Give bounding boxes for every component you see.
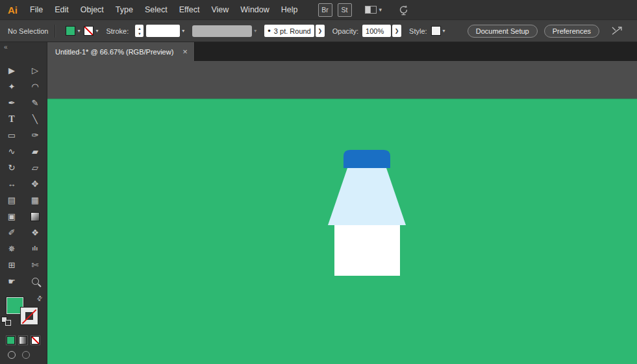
collapse-panel-button[interactable]: « [4,43,8,51]
chevron-down-icon[interactable]: ▾ [182,29,184,34]
chevron-down-icon[interactable]: ▾ [443,29,445,34]
eraser-tool[interactable]: ▰ [23,143,47,160]
document-area: Untitled-1* @ 66.67% (RGB/Preview) × [47,42,637,364]
menu-view[interactable]: View [205,5,234,14]
hand-tool[interactable]: ☛ [0,273,23,289]
opacity-input[interactable]: 100% [362,25,391,37]
color-mode-button[interactable] [6,336,15,345]
main-area: « ▶▷✦◠✒✎T╲▭✑∿▰↻▱↔✥▤▦▣✐❖✵ılı⊞✄☛ ⇄ [0,42,637,364]
scale-tool-icon: ▱ [32,164,38,172]
paintbrush-tool[interactable]: ✑ [23,127,47,143]
lasso-tool[interactable]: ◠ [23,79,47,95]
bottle-cap[interactable] [343,150,390,168]
selection-tool[interactable]: ▶ [0,62,23,79]
none-mode-button[interactable] [31,336,40,345]
zoom-tool-icon [32,278,39,285]
width-tool[interactable]: ↔ [0,176,23,192]
symbol-sprayer-tool[interactable]: ✵ [0,241,23,257]
slice-tool[interactable]: ✄ [23,257,47,273]
document-tab[interactable]: Untitled-1* @ 66.67% (RGB/Preview) × [47,42,195,61]
variable-width-profile[interactable] [192,25,252,37]
fill-color-swatch[interactable] [66,26,75,36]
chevron-down-icon[interactable]: ▾ [95,29,98,34]
menu-object[interactable]: Object [75,5,110,14]
type-tool-icon: T [8,115,14,124]
brush-definition-expand[interactable]: ❯ [316,25,325,37]
stroke-weight-select[interactable] [146,25,180,37]
stepper-down-icon[interactable]: ▾ [138,31,140,36]
stroke-indicator[interactable] [21,308,38,324]
stock-button[interactable]: St [338,3,352,17]
brush-definition-select[interactable]: • 3 pt. Round [264,25,314,37]
mesh-tool-icon: ▦ [31,196,39,204]
rectangle-tool-icon: ▭ [8,131,16,140]
stroke-color-swatch[interactable] [84,26,94,36]
selection-status: No Selection [8,27,48,35]
shape-builder-tool-icon: ▣ [8,212,16,221]
free-transform-tool[interactable]: ✥ [23,176,47,192]
menu-edit[interactable]: Edit [49,5,75,14]
mesh-tool[interactable]: ▦ [23,192,47,208]
close-tab-button[interactable]: × [182,47,188,56]
opacity-expand[interactable]: ❯ [392,25,401,37]
stroke-weight-stepper[interactable]: ▴ ▾ [135,25,144,37]
preferences-button[interactable]: Preferences [544,25,599,38]
perspective-grid-tool[interactable]: ▤ [0,192,23,208]
menu-bar: Ai FileEditObjectTypeSelectEffectViewWin… [0,0,637,20]
menu-file[interactable]: File [24,5,49,14]
bottle-body[interactable] [334,225,400,276]
chevron-down-icon[interactable]: ▾ [77,29,80,34]
rectangle-tool[interactable]: ▭ [0,127,23,143]
type-tool[interactable]: T [0,111,23,127]
divider [55,25,55,38]
column-graph-tool[interactable]: ılı [23,241,47,257]
menu-window[interactable]: Window [234,5,275,14]
style-swatch[interactable] [431,26,441,36]
document-setup-button[interactable]: Document Setup [468,25,538,38]
scale-tool[interactable]: ▱ [23,160,47,176]
draw-behind-button[interactable] [22,351,30,359]
menu-items: FileEditObjectTypeSelectEffectViewWindow… [24,5,304,14]
menu-select[interactable]: Select [139,5,173,14]
artboard-tool[interactable]: ⊞ [0,257,23,273]
stepper-up-icon[interactable]: ▴ [138,26,140,30]
swap-fill-stroke-icon[interactable]: ⇄ [36,294,44,302]
fill-stroke-control: ⇄ [0,293,47,328]
rotate-tool[interactable]: ↻ [0,160,23,176]
menu-help[interactable]: Help [275,5,304,14]
bottle-neck[interactable] [328,168,406,225]
pen-tool[interactable]: ✒ [0,95,23,111]
draw-normal-button[interactable] [8,351,16,359]
blend-tool[interactable]: ❖ [23,224,47,241]
sync-status-icon[interactable] [397,5,410,16]
selection-tool-icon: ▶ [8,66,15,75]
paint-mode-row [6,336,47,345]
eyedropper-tool-icon: ✐ [8,228,16,237]
tools-panel: « ▶▷✦◠✒✎T╲▭✑∿▰↻▱↔✥▤▦▣✐❖✵ılı⊞✄☛ ⇄ [0,42,47,364]
zoom-tool[interactable] [23,273,47,289]
chevron-down-icon[interactable]: ▾ [254,29,256,34]
rotate-tool-icon: ↻ [8,164,16,172]
canvas[interactable] [47,61,637,364]
gradient-mode-button[interactable] [19,336,27,345]
menu-effect[interactable]: Effect [173,5,206,14]
default-fill-stroke-icon[interactable] [1,317,13,327]
magic-wand-tool[interactable]: ✦ [0,79,23,95]
shaper-tool[interactable]: ∿ [0,143,23,160]
curvature-tool[interactable]: ✎ [23,95,47,111]
brush-definition-value: 3 pt. Round [274,27,311,35]
slice-tool-icon: ✄ [32,261,39,269]
arrange-documents-button[interactable]: ▾ [365,6,382,14]
eyedropper-tool[interactable]: ✐ [0,224,23,241]
line-segment-tool[interactable]: ╲ [23,111,47,127]
menu-type[interactable]: Type [110,5,139,14]
shape-builder-tool[interactable]: ▣ [0,208,23,224]
illustrator-logo[interactable]: Ai [8,5,18,16]
gradient-tool-icon [31,212,40,221]
direct-selection-tool[interactable]: ▷ [23,62,47,79]
bridge-button[interactable]: Br [318,3,332,17]
workspace-icon[interactable] [610,25,624,37]
bottle-artwork[interactable] [328,149,406,276]
gradient-tool[interactable] [23,208,47,224]
magic-wand-tool-icon: ✦ [8,82,16,91]
